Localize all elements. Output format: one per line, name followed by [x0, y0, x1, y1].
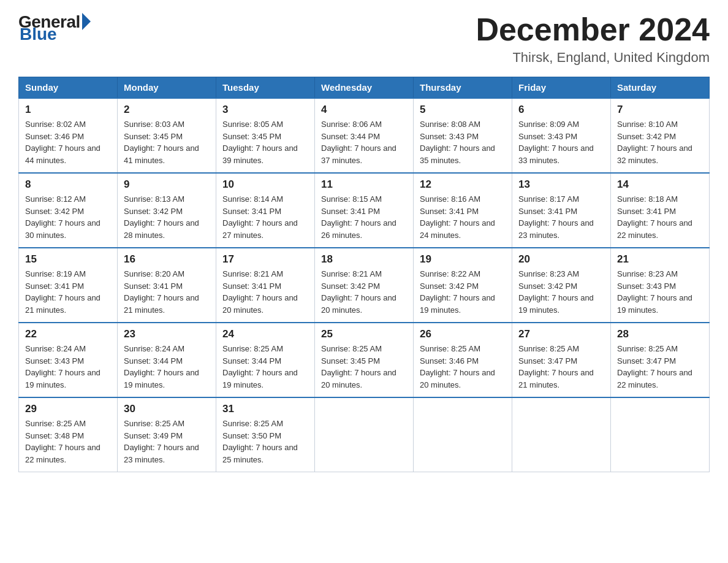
calendar-cell: 10 Sunrise: 8:14 AM Sunset: 3:41 PM Dayl… — [216, 173, 315, 248]
day-number: 7 — [617, 104, 703, 116]
day-info: Sunrise: 8:20 AM Sunset: 3:41 PM Dayligh… — [124, 268, 210, 316]
calendar-cell — [414, 397, 512, 472]
calendar-header-row: Sunday Monday Tuesday Wednesday Thursday… — [19, 77, 710, 99]
day-number: 26 — [420, 328, 506, 340]
day-info: Sunrise: 8:21 AM Sunset: 3:41 PM Dayligh… — [222, 268, 308, 316]
calendar-cell: 14 Sunrise: 8:18 AM Sunset: 3:41 PM Dayl… — [611, 173, 710, 248]
day-number: 18 — [321, 253, 407, 266]
logo: General Blue — [18, 12, 91, 44]
day-info: Sunrise: 8:08 AM Sunset: 3:43 PM Dayligh… — [420, 118, 506, 166]
day-info: Sunrise: 8:14 AM Sunset: 3:41 PM Dayligh… — [222, 193, 308, 241]
header-wednesday: Wednesday — [315, 77, 414, 99]
day-info: Sunrise: 8:02 AM Sunset: 3:46 PM Dayligh… — [25, 118, 111, 166]
day-number: 5 — [420, 104, 506, 116]
day-number: 17 — [222, 253, 308, 266]
calendar-cell: 23 Sunrise: 8:24 AM Sunset: 3:44 PM Dayl… — [118, 323, 216, 397]
calendar-cell: 24 Sunrise: 8:25 AM Sunset: 3:44 PM Dayl… — [216, 323, 315, 397]
calendar-cell: 4 Sunrise: 8:06 AM Sunset: 3:44 PM Dayli… — [315, 98, 414, 173]
day-number: 4 — [321, 104, 407, 116]
day-number: 8 — [25, 178, 111, 191]
calendar-cell: 30 Sunrise: 8:25 AM Sunset: 3:49 PM Dayl… — [118, 397, 216, 472]
day-info: Sunrise: 8:24 AM Sunset: 3:44 PM Dayligh… — [124, 343, 210, 391]
day-info: Sunrise: 8:09 AM Sunset: 3:43 PM Dayligh… — [518, 118, 604, 166]
day-number: 25 — [321, 328, 407, 340]
day-info: Sunrise: 8:25 AM Sunset: 3:47 PM Dayligh… — [617, 343, 703, 391]
calendar-cell — [611, 397, 710, 472]
day-info: Sunrise: 8:03 AM Sunset: 3:45 PM Dayligh… — [124, 118, 210, 166]
day-info: Sunrise: 8:25 AM Sunset: 3:50 PM Dayligh… — [222, 418, 308, 465]
day-info: Sunrise: 8:25 AM Sunset: 3:46 PM Dayligh… — [420, 343, 506, 391]
day-info: Sunrise: 8:25 AM Sunset: 3:45 PM Dayligh… — [321, 343, 407, 391]
header-friday: Friday — [512, 77, 611, 99]
day-number: 2 — [124, 104, 210, 116]
header-monday: Monday — [118, 77, 216, 99]
day-number: 20 — [518, 253, 604, 266]
calendar-cell: 3 Sunrise: 8:05 AM Sunset: 3:45 PM Dayli… — [216, 98, 315, 173]
day-number: 28 — [617, 328, 703, 340]
day-number: 15 — [25, 253, 111, 266]
day-number: 9 — [124, 178, 210, 191]
week-row-1: 1 Sunrise: 8:02 AM Sunset: 3:46 PM Dayli… — [19, 98, 710, 173]
calendar-cell: 13 Sunrise: 8:17 AM Sunset: 3:41 PM Dayl… — [512, 173, 611, 248]
calendar-cell: 21 Sunrise: 8:23 AM Sunset: 3:43 PM Dayl… — [611, 248, 710, 323]
page-header: General Blue December 2024 Thirsk, Engla… — [18, 12, 710, 66]
day-number: 30 — [124, 403, 210, 415]
week-row-4: 22 Sunrise: 8:24 AM Sunset: 3:43 PM Dayl… — [19, 323, 710, 397]
day-info: Sunrise: 8:16 AM Sunset: 3:41 PM Dayligh… — [420, 193, 506, 241]
day-number: 27 — [518, 328, 604, 340]
day-info: Sunrise: 8:13 AM Sunset: 3:42 PM Dayligh… — [124, 193, 210, 241]
calendar-cell: 22 Sunrise: 8:24 AM Sunset: 3:43 PM Dayl… — [19, 323, 118, 397]
day-info: Sunrise: 8:25 AM Sunset: 3:48 PM Dayligh… — [25, 418, 111, 465]
week-row-5: 29 Sunrise: 8:25 AM Sunset: 3:48 PM Dayl… — [19, 397, 710, 472]
day-number: 21 — [617, 253, 703, 266]
calendar-cell: 5 Sunrise: 8:08 AM Sunset: 3:43 PM Dayli… — [414, 98, 512, 173]
day-number: 31 — [222, 403, 308, 415]
day-info: Sunrise: 8:21 AM Sunset: 3:42 PM Dayligh… — [321, 268, 407, 316]
day-number: 16 — [124, 253, 210, 266]
calendar-cell: 12 Sunrise: 8:16 AM Sunset: 3:41 PM Dayl… — [414, 173, 512, 248]
day-info: Sunrise: 8:15 AM Sunset: 3:41 PM Dayligh… — [321, 193, 407, 241]
calendar-cell: 7 Sunrise: 8:10 AM Sunset: 3:42 PM Dayli… — [611, 98, 710, 173]
calendar-cell: 31 Sunrise: 8:25 AM Sunset: 3:50 PM Dayl… — [216, 397, 315, 472]
day-info: Sunrise: 8:25 AM Sunset: 3:49 PM Dayligh… — [124, 418, 210, 465]
day-number: 23 — [124, 328, 210, 340]
day-info: Sunrise: 8:23 AM Sunset: 3:43 PM Dayligh… — [617, 268, 703, 316]
calendar-cell: 11 Sunrise: 8:15 AM Sunset: 3:41 PM Dayl… — [315, 173, 414, 248]
day-info: Sunrise: 8:10 AM Sunset: 3:42 PM Dayligh… — [617, 118, 703, 166]
calendar-cell: 2 Sunrise: 8:03 AM Sunset: 3:45 PM Dayli… — [118, 98, 216, 173]
title-section: December 2024 Thirsk, England, United Ki… — [476, 12, 710, 66]
day-number: 1 — [25, 104, 111, 116]
calendar-cell — [315, 397, 414, 472]
day-number: 12 — [420, 178, 506, 191]
calendar-cell: 20 Sunrise: 8:23 AM Sunset: 3:42 PM Dayl… — [512, 248, 611, 323]
calendar-table: Sunday Monday Tuesday Wednesday Thursday… — [18, 77, 710, 472]
calendar-cell: 16 Sunrise: 8:20 AM Sunset: 3:41 PM Dayl… — [118, 248, 216, 323]
day-info: Sunrise: 8:05 AM Sunset: 3:45 PM Dayligh… — [222, 118, 308, 166]
day-number: 22 — [25, 328, 111, 340]
day-info: Sunrise: 8:25 AM Sunset: 3:47 PM Dayligh… — [518, 343, 604, 391]
day-info: Sunrise: 8:22 AM Sunset: 3:42 PM Dayligh… — [420, 268, 506, 316]
calendar-cell: 1 Sunrise: 8:02 AM Sunset: 3:46 PM Dayli… — [19, 98, 118, 173]
calendar-cell: 19 Sunrise: 8:22 AM Sunset: 3:42 PM Dayl… — [414, 248, 512, 323]
calendar-cell: 17 Sunrise: 8:21 AM Sunset: 3:41 PM Dayl… — [216, 248, 315, 323]
header-tuesday: Tuesday — [216, 77, 315, 99]
day-info: Sunrise: 8:12 AM Sunset: 3:42 PM Dayligh… — [25, 193, 111, 241]
calendar-cell: 28 Sunrise: 8:25 AM Sunset: 3:47 PM Dayl… — [611, 323, 710, 397]
calendar-cell: 6 Sunrise: 8:09 AM Sunset: 3:43 PM Dayli… — [512, 98, 611, 173]
day-info: Sunrise: 8:24 AM Sunset: 3:43 PM Dayligh… — [25, 343, 111, 391]
day-number: 24 — [222, 328, 308, 340]
day-number: 13 — [518, 178, 604, 191]
calendar-cell: 18 Sunrise: 8:21 AM Sunset: 3:42 PM Dayl… — [315, 248, 414, 323]
week-row-3: 15 Sunrise: 8:19 AM Sunset: 3:41 PM Dayl… — [19, 248, 710, 323]
calendar-cell: 29 Sunrise: 8:25 AM Sunset: 3:48 PM Dayl… — [19, 397, 118, 472]
day-info: Sunrise: 8:17 AM Sunset: 3:41 PM Dayligh… — [518, 193, 604, 241]
day-number: 10 — [222, 178, 308, 191]
calendar-title: December 2024 — [476, 12, 710, 47]
calendar-cell: 9 Sunrise: 8:13 AM Sunset: 3:42 PM Dayli… — [118, 173, 216, 248]
day-info: Sunrise: 8:06 AM Sunset: 3:44 PM Dayligh… — [321, 118, 407, 166]
day-number: 29 — [25, 403, 111, 415]
day-number: 19 — [420, 253, 506, 266]
header-sunday: Sunday — [19, 77, 118, 99]
calendar-cell: 8 Sunrise: 8:12 AM Sunset: 3:42 PM Dayli… — [19, 173, 118, 248]
header-thursday: Thursday — [414, 77, 512, 99]
